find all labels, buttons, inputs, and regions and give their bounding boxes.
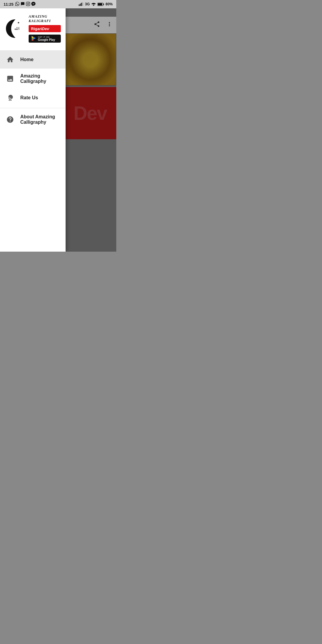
status-time: 11:25 xyxy=(4,2,13,7)
wifi-icon xyxy=(91,2,96,6)
android-icon xyxy=(6,94,14,102)
menu-label-about: About Amazing Calligraphy xyxy=(20,114,60,125)
menu-item-amazing-calligraphy[interactable]: Amazing Calligraphy xyxy=(0,69,66,89)
svg-rect-3 xyxy=(82,2,83,6)
google-play-text: Google Play xyxy=(38,38,55,41)
drawer-menu: Home Amazing Calligraphy Rate Us About A… xyxy=(0,51,66,252)
navigation-drawer: ★ الله AMAZING KALIGRAFI RigariDev xyxy=(0,8,66,252)
rigari-text: RigariDev xyxy=(31,27,49,31)
svg-rect-5 xyxy=(103,3,104,5)
dev-text: Dev xyxy=(42,27,49,31)
app-title: AMAZING KALIGRAFI xyxy=(29,14,61,23)
menu-item-rate-us[interactable]: Rate Us xyxy=(0,89,66,107)
network-type: 3G xyxy=(85,2,90,6)
svg-rect-1 xyxy=(80,4,81,6)
menu-item-home[interactable]: Home xyxy=(0,51,66,69)
menu-label-rate-us: Rate Us xyxy=(20,95,38,100)
battery-level: 80% xyxy=(106,2,113,6)
svg-rect-2 xyxy=(81,3,82,6)
image-icon xyxy=(6,75,14,83)
instagram-icon xyxy=(26,2,30,7)
app-name-column: AMAZING KALIGRAFI RigariDev GET xyxy=(29,14,61,43)
svg-rect-11 xyxy=(9,96,12,99)
svg-point-9 xyxy=(13,20,14,21)
play-store-text: GET IT ON Google Play xyxy=(38,36,55,41)
google-play-badge[interactable]: GET IT ON Google Play xyxy=(29,35,61,43)
battery-icon xyxy=(97,2,104,6)
play-triangle-icon xyxy=(31,35,36,42)
get-it-on-text: GET IT ON xyxy=(38,36,55,38)
status-icons xyxy=(15,2,35,7)
home-icon xyxy=(6,55,14,64)
menu-item-about[interactable]: About Amazing Calligraphy xyxy=(0,109,66,130)
svg-text:الله: الله xyxy=(14,27,19,31)
menu-divider xyxy=(0,108,66,108)
chat-icon xyxy=(21,2,25,7)
drawer-header: ★ الله AMAZING KALIGRAFI RigariDev xyxy=(0,8,66,51)
menu-label-amazing-calligraphy: Amazing Calligraphy xyxy=(20,73,60,84)
svg-text:★: ★ xyxy=(17,21,20,24)
messenger-icon xyxy=(31,2,35,7)
svg-rect-6 xyxy=(98,3,102,5)
drawer-logo-row: ★ الله AMAZING KALIGRAFI RigariDev xyxy=(5,14,61,43)
whatsapp-icon xyxy=(15,2,19,7)
status-right: 3G 80% xyxy=(79,2,113,6)
menu-label-home: Home xyxy=(20,57,33,62)
rigari-badge: RigariDev xyxy=(29,25,61,32)
help-icon xyxy=(6,115,14,124)
signal-icon xyxy=(79,2,83,6)
status-bar: 11:25 3G xyxy=(0,0,116,8)
svg-rect-0 xyxy=(79,4,80,6)
app-logo: ★ الله xyxy=(5,18,26,39)
